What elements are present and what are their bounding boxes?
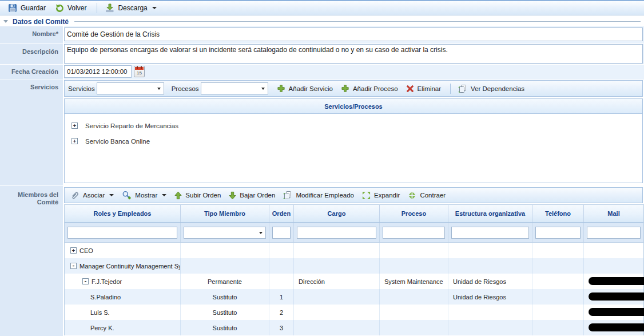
add-service-label: Añadir Servicio [289,85,333,92]
servicios-area: Servicios Procesos Añadir Servicio Añadi… [64,80,644,185]
cell-mail [584,305,643,320]
calendar-day-number: 15 [134,70,144,76]
column-header-telefono[interactable]: Teléfono [532,205,584,222]
cell-tipo: Sustituto [181,289,269,305]
tree-header[interactable]: Servicios/Procesos [65,99,642,114]
descripcion-label: Descripción [0,44,63,64]
filter-cargo-input[interactable] [297,227,376,239]
tree-item[interactable]: + Servicio Banca Online [65,133,642,149]
add-service-button[interactable]: Añadir Servicio [275,83,337,94]
cell-proceso: System Maintenance [380,274,448,289]
mostrar-button[interactable]: Mostrar [120,189,170,201]
servicios-tree-panel: Servicios/Procesos + Servicio Reparto de… [64,98,643,183]
download-button[interactable]: Descarga [103,2,161,14]
procesos-select[interactable] [201,82,268,94]
cell-orden: 2 [269,305,294,320]
dependencies-icon [458,84,467,93]
table-row-percy[interactable]: Percy K. Sustituto 3 [65,320,643,335]
tree-collapse-icon[interactable]: - [70,263,77,269]
column-header-mail[interactable]: Mail [584,205,643,222]
tree-expand-icon[interactable]: + [71,138,78,144]
section-collapse-icon[interactable] [3,20,8,23]
cell-cargo [294,305,380,320]
fecha-field-area: 15 [64,65,644,80]
table-row-manager[interactable]: - Manager Continuity Management Sy: [65,258,643,274]
nombre-field-area [64,26,644,44]
contraer-button[interactable]: Contraer [406,190,450,201]
asociar-button[interactable]: Asociar [68,189,118,201]
descripcion-textarea[interactable]: Equipo de personas encargas de valorar s… [64,44,643,64]
filter-orden-input[interactable] [272,227,291,239]
back-icon [55,3,64,13]
field-row-fecha: Fecha Creación 15 [0,65,644,80]
fecha-input[interactable] [64,65,132,78]
grid-filter-row [65,223,643,243]
modificar-empleado-button[interactable]: Modificar Empleado [281,189,358,201]
calendar-icon [135,67,144,70]
role-label: F.J.Tejedor [92,278,122,285]
cell-cargo [294,243,380,258]
redacted-email [589,277,644,285]
expandir-button[interactable]: Expandir [360,190,404,201]
back-button[interactable]: Volver [53,2,91,14]
section-divider [74,21,641,22]
select-caret-icon [157,88,161,90]
tree-expand-icon[interactable]: + [71,122,78,129]
cell-proceso [380,258,448,274]
tree-item[interactable]: + Servicio Reparto de Mercancias [65,118,642,133]
cell-estructura [448,305,532,320]
servicios-select[interactable] [97,82,164,94]
up-icon [174,191,182,200]
cell-cargo [294,320,380,335]
down-icon [229,191,236,200]
tree-collapse-icon[interactable]: - [82,278,89,284]
filter-roles-input[interactable] [67,227,177,239]
table-row-paladino[interactable]: S.Paladino Sustituto 1 Unidad de Riesgos [65,289,643,305]
add-process-button[interactable]: Añadir Proceso [339,83,402,94]
calendar-button[interactable]: 15 [134,66,145,77]
modificar-empleado-label: Modificar Empleado [296,192,354,199]
column-header-roles[interactable]: Roles y Empleados [65,205,181,222]
tree-item-label: Servicio Banca Online [85,138,150,145]
column-header-tipo[interactable]: Tipo Miembro [181,205,269,222]
descripcion-field-area: Equipo de personas encargas de valorar s… [64,44,644,64]
table-row-luis[interactable]: Luis S. Sustituto 2 [65,305,643,320]
members-grid: Roles y Empleados Tipo Miembro Orden Car… [64,204,644,335]
filter-mail-input[interactable] [587,227,641,239]
table-row-tejedor[interactable]: - F.J.Tejedor Permanente Dirección Syste… [65,274,643,289]
cell-tipo [181,243,269,258]
cell-tipo: Sustituto [181,320,269,335]
save-button[interactable]: Guardar [6,2,50,14]
table-row-ceo[interactable]: + CEO [65,243,643,258]
cell-orden [269,258,294,274]
column-header-proceso[interactable]: Proceso [380,205,448,222]
tree-body: + Servicio Reparto de Mercancias + Servi… [65,114,642,149]
bajar-orden-label: Bajar Orden [240,192,275,199]
mostrar-caret-icon [162,194,166,196]
nombre-label: Nombre* [0,26,63,44]
app-window: Guardar Volver Descarga Datos del Comité… [0,0,644,336]
attach-icon [70,191,79,200]
add-icon [277,84,285,93]
delete-button[interactable]: Eliminar [404,84,446,94]
column-header-estructura[interactable]: Estructura organizativa [448,205,532,222]
cell-orden [269,274,294,289]
add-icon [341,84,349,93]
cell-proceso [380,243,448,258]
filter-telefono-input[interactable] [535,227,581,239]
view-dependencies-button[interactable]: Ver Dependencias [456,83,528,94]
cell-estructura [448,243,532,258]
bajar-orden-button[interactable]: Bajar Orden [226,190,279,201]
subir-orden-button[interactable]: Subir Orden [172,190,225,201]
tree-expand-icon[interactable]: + [70,247,77,254]
cell-estructura: Unidad de Riesgos [448,289,532,305]
nombre-input[interactable] [64,27,643,41]
filter-tipo-select[interactable] [184,227,266,239]
column-header-orden[interactable]: Orden [269,205,294,222]
column-header-cargo[interactable]: Cargo [294,205,380,222]
field-row-descripcion: Descripción Equipo de personas encargas … [0,44,644,64]
expandir-label: Expandir [374,192,400,199]
filter-estructura-input[interactable] [451,227,529,239]
cell-cargo [294,258,380,274]
filter-proceso-input[interactable] [383,227,445,239]
